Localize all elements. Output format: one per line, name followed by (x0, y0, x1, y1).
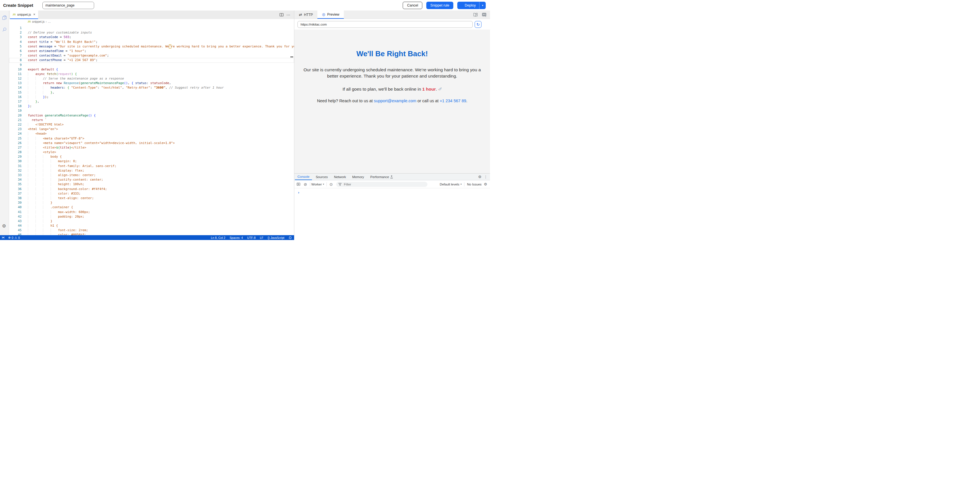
deploy-dropdown-caret-icon[interactable]: ▾ (479, 2, 486, 9)
search-icon[interactable] (2, 27, 7, 32)
panel-divider[interactable] (294, 11, 294, 240)
code-line[interactable]: 8const contactPhone = "+1 234 567 89"; (9, 58, 294, 62)
code-line[interactable]: 43 } (9, 219, 294, 223)
code-line[interactable]: 38 text-align: center; (9, 196, 294, 201)
code-line[interactable]: 11 async fetch(request) { (9, 72, 294, 76)
tab-snippet-js[interactable]: JS snippet.js × (10, 11, 38, 19)
code-line[interactable]: 22 <!DOCTYPE html> (9, 122, 294, 127)
tab-console[interactable]: Console (295, 174, 312, 180)
discord-icon[interactable] (482, 11, 487, 19)
code-line[interactable]: 19 (9, 108, 294, 113)
line-number: 31 (9, 164, 22, 168)
code-line[interactable]: 10export default { (9, 67, 294, 72)
tab-http[interactable]: ⇄ HTTP (294, 11, 317, 19)
snippet-name-input[interactable] (42, 2, 94, 9)
remote-indicator-icon[interactable]: >< (2, 236, 4, 239)
notifications-bell-icon[interactable] (289, 236, 292, 239)
tab-preview[interactable]: ◎ Preview (317, 11, 344, 19)
code-line[interactable]: 41 max-width: 600px; (9, 210, 294, 214)
code-line[interactable]: 17 }, (9, 100, 294, 104)
code-line[interactable]: 37 color: #333; (9, 192, 294, 196)
files-icon[interactable] (2, 15, 7, 20)
code-line[interactable]: 31 font-family: Arial, sans-serif; (9, 164, 294, 168)
language-mode[interactable]: {} JavaScript (267, 236, 285, 239)
code-line[interactable]: 6const estimatedTime = "1 hour"; (9, 49, 294, 53)
code-line[interactable]: 12 // Serve the maintenance page as a re… (9, 76, 294, 81)
line-content: <!DOCTYPE html> (22, 122, 64, 127)
code-line[interactable]: 16 }); (9, 95, 294, 100)
console-prompt-icon[interactable]: › (298, 190, 299, 195)
code-line[interactable]: 27 <title>${title}</title> (9, 146, 294, 150)
js-file-icon: JS (13, 13, 16, 16)
code-line[interactable]: 23<html lang="en"> (9, 127, 294, 131)
code-line[interactable]: 13 return new Response(generateMaintenan… (9, 81, 294, 86)
tab-network[interactable]: Network (331, 174, 348, 180)
tab-sources[interactable]: Sources (313, 174, 330, 180)
breadcrumb-more[interactable]: … (48, 20, 51, 23)
devtools-settings-gear-icon[interactable]: ⚙ (478, 174, 482, 180)
code-line[interactable]: 18}; (9, 104, 294, 108)
code-editor[interactable]: 12// Define your customizable inputs3con… (9, 24, 294, 235)
code-line[interactable]: 4const title = "We'll Be Right Back!"; (9, 40, 294, 44)
console-settings-gear-icon[interactable]: ⚙ (484, 182, 487, 186)
code-line[interactable]: 39 } (9, 201, 294, 205)
clear-console-icon[interactable]: ⊘ (304, 182, 307, 187)
code-line[interactable]: 15 }, (9, 90, 294, 95)
tab-memory[interactable]: Memory (350, 174, 367, 180)
code-line[interactable]: 14 headers: { "Content-Type": "text/html… (9, 86, 294, 90)
docs-book-icon[interactable] (473, 11, 478, 19)
console-filter[interactable] (336, 182, 428, 187)
indentation[interactable]: Spaces: 4 (229, 236, 243, 239)
encoding[interactable]: UTF-8 (247, 236, 256, 239)
problems-indicator[interactable]: ⊗ 0 ⚠ 0 (8, 236, 20, 239)
code-line[interactable]: 36 background-color: #f4f4f4; (9, 187, 294, 192)
code-line[interactable]: 34 justify-content: center; (9, 177, 294, 182)
split-editor-icon[interactable] (280, 11, 283, 19)
code-line[interactable]: 20function generateMaintenancePage() { (9, 113, 294, 118)
code-line[interactable]: 21 return ` (9, 118, 294, 122)
filter-input[interactable] (343, 182, 425, 186)
console-output[interactable]: › (294, 188, 490, 240)
breadcrumb[interactable]: JS snippet.js › … (9, 19, 294, 24)
breadcrumb-file[interactable]: snippet.js (32, 20, 45, 23)
code-line[interactable]: 28 <style> (9, 150, 294, 155)
cancel-button[interactable]: Cancel (403, 2, 422, 9)
code-line[interactable]: 40 .container { (9, 205, 294, 210)
refresh-button[interactable]: ↻ (475, 21, 482, 28)
more-actions-icon[interactable]: ⋯ (286, 11, 291, 19)
code-line[interactable]: 33 align-items: center; (9, 173, 294, 177)
tab-performance[interactable]: Performance (368, 174, 396, 180)
execution-context-selector[interactable]: Worker▾ (312, 183, 324, 186)
code-line[interactable]: 45 font-size: 2rem; (9, 228, 294, 233)
issues-counter[interactable]: No Issues (467, 183, 482, 186)
code-line[interactable]: 7const contactEmail = "support@example.c… (9, 53, 294, 58)
cursor-position[interactable]: Ln 8, Col 2 (211, 236, 226, 239)
code-line[interactable]: 29 body { (9, 155, 294, 159)
eol[interactable]: LF (260, 236, 263, 239)
code-line[interactable]: 5const message = "Our site is currently … (9, 44, 294, 49)
url-input[interactable] (298, 21, 473, 28)
code-line[interactable]: 42 padding: 20px; (9, 214, 294, 219)
code-line[interactable]: 26 <meta name="viewport" content="width=… (9, 141, 294, 146)
phone-link[interactable]: +1 234 567 89 (440, 98, 466, 103)
code-line[interactable]: 44 h1 { (9, 223, 294, 228)
live-expression-eye-icon[interactable]: ⊙ (329, 182, 333, 187)
settings-gear-icon[interactable]: ⚙ (2, 224, 6, 228)
code-line[interactable]: 1 (9, 26, 294, 30)
code-line[interactable]: 25 <meta charset="UTF-8"> (9, 136, 294, 141)
code-line[interactable]: 32 display: flex; (9, 168, 294, 173)
code-line[interactable]: 24 <head> (9, 131, 294, 136)
log-levels-selector[interactable]: Default levels▾ (440, 183, 461, 186)
devtools-kebab-icon[interactable]: ⋮ (484, 174, 487, 180)
console-sidebar-toggle-icon[interactable] (297, 183, 300, 186)
support-email-link[interactable]: support@example.com (374, 98, 416, 103)
deploy-button[interactable]: Deploy ▾ (457, 2, 486, 9)
code-line[interactable]: 46 color: #0056b3; (9, 233, 294, 235)
code-line[interactable]: 9 (9, 63, 294, 67)
code-line[interactable]: 3const statusCode = 503; (9, 35, 294, 40)
snippet-rule-button[interactable]: Snippet rule (426, 2, 453, 9)
code-line[interactable]: 30 margin: 0; (9, 159, 294, 163)
code-line[interactable]: 2// Define your customizable inputs (9, 30, 294, 35)
code-line[interactable]: 35 height: 100vh; (9, 182, 294, 187)
close-tab-icon[interactable]: × (33, 13, 35, 16)
